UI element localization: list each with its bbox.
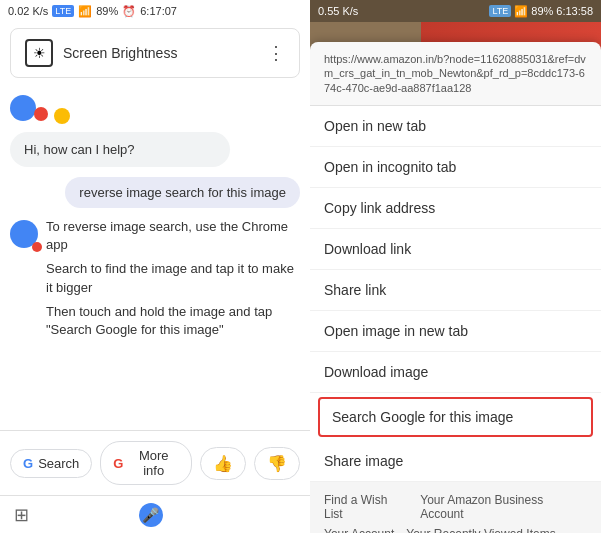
status-bar-right: 0.55 K/s LTE 📶 89% 6:13:58 [310,0,601,22]
right-panel: 0.55 K/s LTE 📶 89% 6:13:58 COMPUTER AWAR… [310,0,601,533]
menu-item-search-google[interactable]: Search Google for this image [318,397,593,437]
footer-item-2[interactable]: Your Amazon Business Account [420,490,587,524]
thumbs-up-button[interactable]: 👍 [200,447,246,480]
alarm-left: ⏰ [122,5,136,18]
menu-item-open-image-new-tab[interactable]: Open image in new tab [310,311,601,352]
logo-yellow-circle [54,108,70,124]
menu-item-copy-link[interactable]: Copy link address [310,188,601,229]
logo-blue-circle [10,95,36,121]
menu-item-share-image[interactable]: Share image [310,441,601,482]
action-bar: G Search G More info 👍 👎 [0,430,310,495]
footer-item-4[interactable]: Your Recently Viewed Items [406,524,555,533]
menu-item-share-link[interactable]: Share link [310,270,601,311]
signal-left: 📶 [78,5,92,18]
menu-item-open-new-tab[interactable]: Open in new tab [310,106,601,147]
footer-item-1[interactable]: Find a Wish List [324,490,408,524]
battery-left: 89% [96,5,118,17]
battery-right: 89% [531,5,553,17]
greeting-bubble: Hi, how can I help? [10,132,230,167]
google-logo-info: G [113,456,123,471]
mic-icon[interactable]: 🎤 [139,503,163,527]
network-left: LTE [52,5,74,17]
menu-item-download-image[interactable]: Download image [310,352,601,393]
menu-item-download-link[interactable]: Download link [310,229,601,270]
more-info-button[interactable]: G More info [100,441,192,485]
dots-menu[interactable]: ⋮ [267,42,285,64]
footer-area: Find a Wish List Your Amazon Business Ac… [310,482,601,533]
response-text-1: To reverse image search, use the Chrome … [46,218,300,254]
time-left: 6:17:07 [140,5,177,17]
speed-right: 0.55 K/s [318,5,358,17]
menu-item-open-incognito[interactable]: Open in incognito tab [310,147,601,188]
footer-item-3[interactable]: Your Account [324,524,394,533]
response-text-2: Search to find the image and tap it to m… [46,260,300,296]
time-right: 6:13:58 [556,5,593,17]
assistant-area: Hi, how can I help? reverse image search… [0,84,310,430]
network-right: LTE [489,5,511,17]
url-bar: https://www.amazon.in/b?node=11620885031… [310,42,601,106]
more-info-label: More info [128,448,179,478]
signal-right: 📶 [514,5,528,18]
thumbs-down-button[interactable]: 👎 [254,447,300,480]
nav-grid-icon[interactable]: ⊞ [14,504,29,526]
search-label: Search [38,456,79,471]
logo-red-circle [34,107,48,121]
brightness-card: ☀ Screen Brightness ⋮ [10,28,300,78]
bottom-nav-left: ⊞ 🎤 [0,495,310,533]
google-logo-search: G [23,456,33,471]
assistant-response: To reverse image search, use the Chrome … [10,218,300,339]
bg-image-area: COMPUTER AWARENESS Download https://www.… [310,22,601,533]
status-left-info: 0.02 K/s LTE 📶 89% ⏰ 6:17:07 [8,5,177,18]
search-button[interactable]: G Search [10,449,92,478]
brightness-title: Screen Brightness [63,45,177,61]
response-bubbles: To reverse image search, use the Chrome … [46,218,300,339]
user-query-bubble: reverse image search for this image [65,177,300,208]
speed-left: 0.02 K/s [8,5,48,17]
response-text-3: Then touch and hold the image and tap "S… [46,303,300,339]
left-panel: 0.02 K/s LTE 📶 89% ⏰ 6:17:07 ☀ Screen Br… [0,0,310,533]
assistant-logo [10,92,300,124]
brightness-icon: ☀ [25,39,53,67]
assistant-avatar [10,220,38,248]
status-bar-left: 0.02 K/s LTE 📶 89% ⏰ 6:17:07 [0,0,310,22]
context-menu: https://www.amazon.in/b?node=11620885031… [310,42,601,533]
